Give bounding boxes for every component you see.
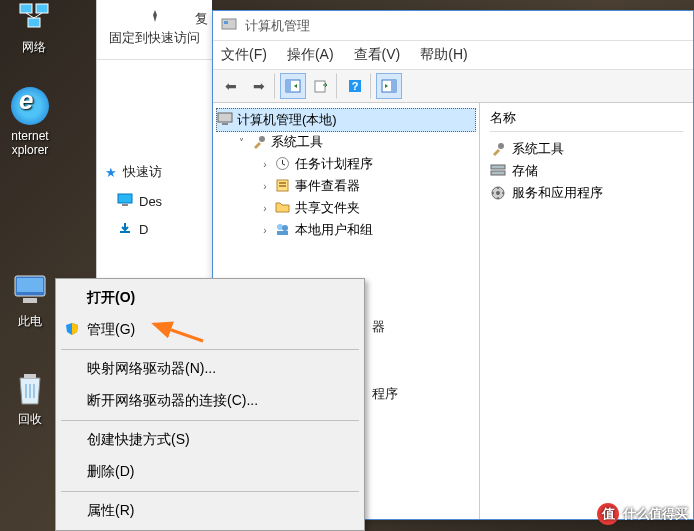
svg-rect-32 — [491, 165, 505, 169]
svg-point-35 — [496, 191, 500, 195]
shield-icon — [65, 322, 79, 336]
menu-help[interactable]: 帮助(H) — [420, 46, 467, 64]
svg-rect-6 — [17, 278, 43, 292]
list-item[interactable]: 系统工具 — [490, 138, 683, 160]
tree-label: 任务计划程序 — [295, 155, 373, 173]
icon-label: nternet — [0, 129, 60, 143]
list-item[interactable]: 服务和应用程序 — [490, 182, 683, 204]
menu-view[interactable]: 查看(V) — [354, 46, 401, 64]
window-title: 计算机管理 — [245, 17, 310, 35]
desktop-quickitem[interactable]: Des — [97, 190, 212, 212]
svg-point-29 — [282, 225, 288, 231]
svg-point-28 — [277, 224, 283, 230]
tree-eventviewer[interactable]: › 事件查看器 — [217, 175, 475, 197]
monitor-icon — [117, 193, 133, 209]
item-label: Des — [139, 194, 162, 209]
event-icon — [275, 178, 291, 194]
desktop-icon-thispc[interactable]: 此电 — [0, 270, 60, 330]
svg-rect-0 — [20, 4, 32, 13]
show-hide-tree-button[interactable] — [280, 73, 306, 99]
services-icon — [490, 185, 506, 201]
computer-icon — [217, 112, 233, 128]
pin-icon — [147, 8, 163, 24]
ie-icon — [10, 86, 50, 126]
tools-icon — [251, 134, 267, 150]
export-button[interactable] — [308, 73, 337, 99]
right-panel: 名称 系统工具 存储 服务和应用程序 — [480, 103, 693, 519]
tree-systools[interactable]: ˅ 系统工具 — [217, 131, 475, 153]
partial-tree-labels: 器 程序 — [372, 310, 398, 410]
quickaccess-item[interactable]: ★ 快速访 — [97, 160, 212, 184]
ctx-manage[interactable]: 管理(G) — [59, 314, 361, 346]
icon-label: 回收 — [0, 411, 60, 428]
svg-rect-27 — [279, 185, 286, 187]
ctx-disconnect[interactable]: 断开网络驱动器的连接(C)... — [59, 385, 361, 417]
menu-file[interactable]: 文件(F) — [221, 46, 267, 64]
tree-sharedfolders[interactable]: › 共享文件夹 — [217, 197, 475, 219]
expand-icon[interactable]: › — [259, 181, 271, 192]
icon-label: 此电 — [0, 313, 60, 330]
expand-icon[interactable]: › — [259, 159, 271, 170]
svg-rect-16 — [315, 81, 325, 92]
copy-fragment: 复 — [195, 10, 208, 28]
tree-label: 计算机管理(本地) — [237, 111, 337, 129]
tree-label: 系统工具 — [271, 133, 323, 151]
menu-separator — [61, 349, 359, 350]
tree-localusers[interactable]: › 本地用户和组 — [217, 219, 475, 241]
context-menu: 打开(O) 管理(G) 映射网络驱动器(N)... 断开网络驱动器的连接(C).… — [55, 278, 365, 531]
recycle-icon — [10, 368, 50, 408]
forward-button[interactable]: ➡ — [246, 73, 275, 99]
ctx-shortcut[interactable]: 创建快捷方式(S) — [59, 424, 361, 456]
menu-action[interactable]: 操作(A) — [287, 46, 334, 64]
svg-point-23 — [259, 136, 265, 142]
ctx-delete[interactable]: 删除(D) — [59, 456, 361, 488]
tree-root[interactable]: 计算机管理(本地) — [216, 108, 476, 132]
svg-rect-1 — [36, 4, 48, 13]
desktop-icon-recycle[interactable]: 回收 — [0, 368, 60, 428]
folder-icon — [275, 200, 291, 216]
list-item[interactable]: 存储 — [490, 160, 683, 182]
svg-rect-20 — [391, 80, 396, 92]
download-icon — [117, 221, 133, 237]
ctx-open[interactable]: 打开(O) — [59, 282, 361, 314]
ctx-map-drive[interactable]: 映射网络驱动器(N)... — [59, 353, 361, 385]
d-quickitem[interactable]: D — [97, 218, 212, 240]
back-button[interactable]: ⬅ — [218, 73, 244, 99]
star-icon: ★ — [105, 165, 117, 180]
tools-icon — [490, 141, 506, 157]
svg-rect-10 — [122, 204, 128, 206]
ctx-properties[interactable]: 属性(R) — [59, 495, 361, 527]
desktop-icon-network[interactable]: 网络 — [4, 0, 64, 56]
item-label: D — [139, 222, 148, 237]
tree-label: 共享文件夹 — [295, 199, 360, 217]
network-icon — [14, 0, 54, 36]
help-button[interactable]: ? — [342, 73, 371, 99]
menubar: 文件(F) 操作(A) 查看(V) 帮助(H) — [213, 41, 693, 69]
expand-icon[interactable]: › — [259, 203, 271, 214]
menu-separator — [61, 420, 359, 421]
icon-label: 网络 — [4, 39, 64, 56]
svg-rect-2 — [28, 18, 40, 27]
toolbar: ⬅ ➡ ? — [213, 69, 693, 103]
show-actions-button[interactable] — [376, 73, 402, 99]
column-header-name[interactable]: 名称 — [490, 109, 683, 132]
svg-rect-13 — [224, 21, 228, 24]
item-label: 快速访 — [123, 163, 162, 181]
svg-point-31 — [498, 143, 504, 149]
svg-rect-11 — [120, 231, 130, 233]
expand-icon[interactable]: › — [259, 225, 271, 236]
desktop-icon-ie[interactable]: nternet xplorer — [0, 86, 60, 157]
svg-rect-33 — [491, 171, 505, 175]
svg-rect-22 — [222, 123, 228, 125]
titlebar[interactable]: 计算机管理 — [213, 11, 693, 41]
watermark: 值 什么值得买 — [597, 503, 688, 525]
tree-taskscheduler[interactable]: › 任务计划程序 — [217, 153, 475, 175]
item-label: 系统工具 — [512, 140, 564, 158]
icon-label: xplorer — [0, 143, 60, 157]
watermark-badge: 值 — [597, 503, 619, 525]
collapse-icon[interactable]: ˅ — [235, 137, 247, 148]
thispc-icon — [10, 270, 50, 310]
pin-to-quickaccess[interactable]: 固定到快速访问 — [109, 29, 200, 47]
menu-separator — [61, 491, 359, 492]
svg-rect-9 — [118, 194, 132, 203]
